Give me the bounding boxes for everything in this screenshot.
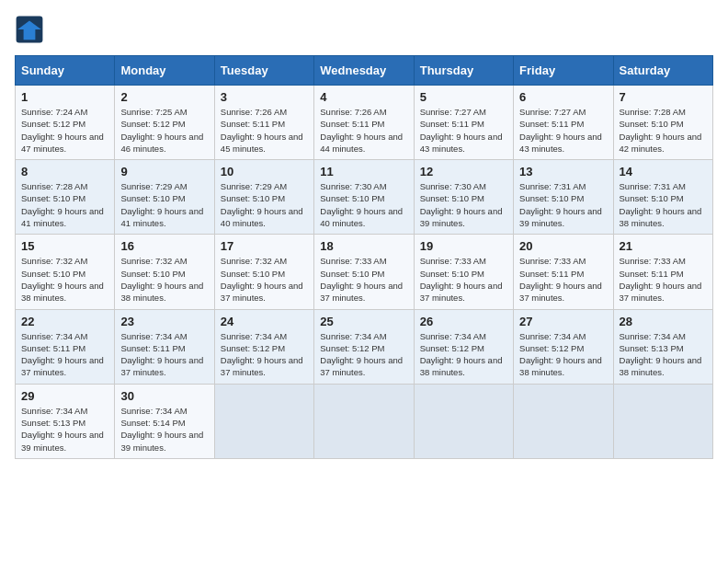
day-info: Sunrise: 7:28 AMSunset: 5:10 PMDaylight:… [620, 107, 702, 154]
day-number: 19 [420, 239, 507, 253]
calendar-cell: 2 Sunrise: 7:25 AMSunset: 5:12 PMDayligh… [115, 86, 214, 160]
day-number: 25 [320, 315, 407, 328]
day-number: 11 [320, 165, 407, 178]
calendar-cell: 20 Sunrise: 7:33 AMSunset: 5:11 PMDaylig… [514, 235, 613, 309]
day-number: 7 [620, 90, 707, 104]
calendar-cell: 5 Sunrise: 7:27 AMSunset: 5:11 PMDayligh… [414, 86, 513, 160]
calendar-week-1: 1 Sunrise: 7:24 AMSunset: 5:12 PMDayligh… [16, 86, 713, 160]
day-info: Sunrise: 7:30 AMSunset: 5:10 PMDaylight:… [320, 181, 403, 228]
calendar-cell: 18 Sunrise: 7:33 AMSunset: 5:10 PMDaylig… [314, 235, 414, 309]
weekday-header-tuesday: Tuesday [214, 56, 313, 86]
calendar-cell: 16 Sunrise: 7:32 AMSunset: 5:10 PMDaylig… [115, 235, 214, 309]
logo-icon [15, 15, 44, 44]
day-number: 13 [519, 165, 607, 178]
calendar-cell: 17 Sunrise: 7:32 AMSunset: 5:10 PMDaylig… [214, 235, 313, 309]
calendar-cell: 13 Sunrise: 7:31 AMSunset: 5:10 PMDaylig… [514, 160, 613, 235]
weekday-header-row: SundayMondayTuesdayWednesdayThursdayFrid… [16, 56, 713, 86]
header [15, 15, 713, 44]
day-info: Sunrise: 7:26 AMSunset: 5:11 PMDaylight:… [221, 107, 303, 154]
day-info: Sunrise: 7:31 AMSunset: 5:10 PMDaylight:… [519, 181, 602, 228]
calendar-cell: 8 Sunrise: 7:28 AMSunset: 5:10 PMDayligh… [16, 160, 115, 235]
calendar-cell: 24 Sunrise: 7:34 AMSunset: 5:12 PMDaylig… [214, 309, 313, 384]
day-info: Sunrise: 7:33 AMSunset: 5:11 PMDaylight:… [519, 256, 602, 303]
day-number: 2 [120, 90, 208, 104]
day-info: Sunrise: 7:31 AMSunset: 5:10 PMDaylight:… [620, 181, 702, 228]
calendar-cell: 29 Sunrise: 7:34 AMSunset: 5:13 PMDaylig… [16, 384, 115, 458]
calendar-cell: 10 Sunrise: 7:29 AMSunset: 5:10 PMDaylig… [214, 160, 313, 235]
day-info: Sunrise: 7:27 AMSunset: 5:11 PMDaylight:… [420, 107, 503, 154]
day-number: 30 [120, 389, 208, 403]
day-number: 22 [21, 315, 108, 328]
calendar-table: SundayMondayTuesdayWednesdayThursdayFrid… [15, 55, 713, 459]
calendar-cell: 11 Sunrise: 7:30 AMSunset: 5:10 PMDaylig… [314, 160, 414, 235]
day-number: 4 [320, 90, 407, 104]
calendar-cell [514, 384, 613, 458]
calendar-week-4: 22 Sunrise: 7:34 AMSunset: 5:11 PMDaylig… [16, 309, 713, 384]
day-info: Sunrise: 7:33 AMSunset: 5:10 PMDaylight:… [320, 256, 403, 303]
calendar-cell: 22 Sunrise: 7:34 AMSunset: 5:11 PMDaylig… [16, 309, 115, 384]
day-number: 28 [620, 315, 707, 328]
calendar-cell: 7 Sunrise: 7:28 AMSunset: 5:10 PMDayligh… [613, 86, 712, 160]
day-info: Sunrise: 7:29 AMSunset: 5:10 PMDaylight:… [221, 181, 303, 228]
day-info: Sunrise: 7:34 AMSunset: 5:12 PMDaylight:… [519, 331, 602, 378]
calendar-cell: 6 Sunrise: 7:27 AMSunset: 5:11 PMDayligh… [514, 86, 613, 160]
day-info: Sunrise: 7:34 AMSunset: 5:12 PMDaylight:… [420, 331, 503, 378]
day-info: Sunrise: 7:29 AMSunset: 5:10 PMDaylight:… [120, 181, 203, 228]
day-info: Sunrise: 7:34 AMSunset: 5:11 PMDaylight:… [120, 331, 203, 378]
day-info: Sunrise: 7:34 AMSunset: 5:14 PMDaylight:… [120, 406, 203, 453]
day-info: Sunrise: 7:33 AMSunset: 5:10 PMDaylight:… [420, 256, 503, 303]
calendar-cell: 30 Sunrise: 7:34 AMSunset: 5:14 PMDaylig… [115, 384, 214, 458]
day-number: 23 [120, 315, 208, 328]
day-number: 16 [120, 239, 208, 253]
day-number: 10 [221, 165, 308, 178]
day-info: Sunrise: 7:33 AMSunset: 5:11 PMDaylight:… [620, 256, 702, 303]
calendar-cell: 4 Sunrise: 7:26 AMSunset: 5:11 PMDayligh… [314, 86, 414, 160]
calendar-cell: 15 Sunrise: 7:32 AMSunset: 5:10 PMDaylig… [16, 235, 115, 309]
day-number: 17 [221, 239, 308, 253]
day-info: Sunrise: 7:34 AMSunset: 5:13 PMDaylight:… [620, 331, 702, 378]
day-number: 6 [519, 90, 607, 104]
calendar-cell: 3 Sunrise: 7:26 AMSunset: 5:11 PMDayligh… [214, 86, 313, 160]
calendar-cell: 14 Sunrise: 7:31 AMSunset: 5:10 PMDaylig… [613, 160, 712, 235]
calendar-cell: 12 Sunrise: 7:30 AMSunset: 5:10 PMDaylig… [414, 160, 513, 235]
day-number: 27 [519, 315, 607, 328]
day-number: 21 [620, 239, 707, 253]
calendar-body: 1 Sunrise: 7:24 AMSunset: 5:12 PMDayligh… [16, 86, 713, 459]
weekday-header-sunday: Sunday [16, 56, 115, 86]
calendar-week-3: 15 Sunrise: 7:32 AMSunset: 5:10 PMDaylig… [16, 235, 713, 309]
weekday-header-saturday: Saturday [613, 56, 712, 86]
calendar-week-2: 8 Sunrise: 7:28 AMSunset: 5:10 PMDayligh… [16, 160, 713, 235]
calendar-cell: 28 Sunrise: 7:34 AMSunset: 5:13 PMDaylig… [613, 309, 712, 384]
day-info: Sunrise: 7:32 AMSunset: 5:10 PMDaylight:… [221, 256, 303, 303]
day-info: Sunrise: 7:32 AMSunset: 5:10 PMDaylight:… [21, 256, 104, 303]
weekday-header-friday: Friday [514, 56, 613, 86]
day-number: 8 [21, 165, 108, 178]
day-info: Sunrise: 7:30 AMSunset: 5:10 PMDaylight:… [420, 181, 503, 228]
calendar-cell: 21 Sunrise: 7:33 AMSunset: 5:11 PMDaylig… [613, 235, 712, 309]
day-info: Sunrise: 7:34 AMSunset: 5:13 PMDaylight:… [21, 406, 104, 453]
calendar-cell: 9 Sunrise: 7:29 AMSunset: 5:10 PMDayligh… [115, 160, 214, 235]
day-number: 5 [420, 90, 507, 104]
weekday-header-monday: Monday [115, 56, 214, 86]
day-info: Sunrise: 7:34 AMSunset: 5:12 PMDaylight:… [320, 331, 403, 378]
calendar-cell: 23 Sunrise: 7:34 AMSunset: 5:11 PMDaylig… [115, 309, 214, 384]
day-info: Sunrise: 7:26 AMSunset: 5:11 PMDaylight:… [320, 107, 403, 154]
day-number: 9 [120, 165, 208, 178]
calendar-cell: 26 Sunrise: 7:34 AMSunset: 5:12 PMDaylig… [414, 309, 513, 384]
calendar-cell: 19 Sunrise: 7:33 AMSunset: 5:10 PMDaylig… [414, 235, 513, 309]
day-info: Sunrise: 7:25 AMSunset: 5:12 PMDaylight:… [120, 107, 203, 154]
day-number: 12 [420, 165, 507, 178]
day-number: 20 [519, 239, 607, 253]
logo [15, 15, 48, 44]
day-info: Sunrise: 7:34 AMSunset: 5:12 PMDaylight:… [221, 331, 303, 378]
day-number: 1 [21, 90, 108, 104]
weekday-header-wednesday: Wednesday [314, 56, 414, 86]
day-info: Sunrise: 7:28 AMSunset: 5:10 PMDaylight:… [21, 181, 104, 228]
day-number: 29 [21, 389, 108, 403]
day-number: 15 [21, 239, 108, 253]
day-number: 24 [221, 315, 308, 328]
calendar-cell [214, 384, 313, 458]
day-info: Sunrise: 7:32 AMSunset: 5:10 PMDaylight:… [120, 256, 203, 303]
day-info: Sunrise: 7:27 AMSunset: 5:11 PMDaylight:… [519, 107, 602, 154]
calendar-cell: 27 Sunrise: 7:34 AMSunset: 5:12 PMDaylig… [514, 309, 613, 384]
